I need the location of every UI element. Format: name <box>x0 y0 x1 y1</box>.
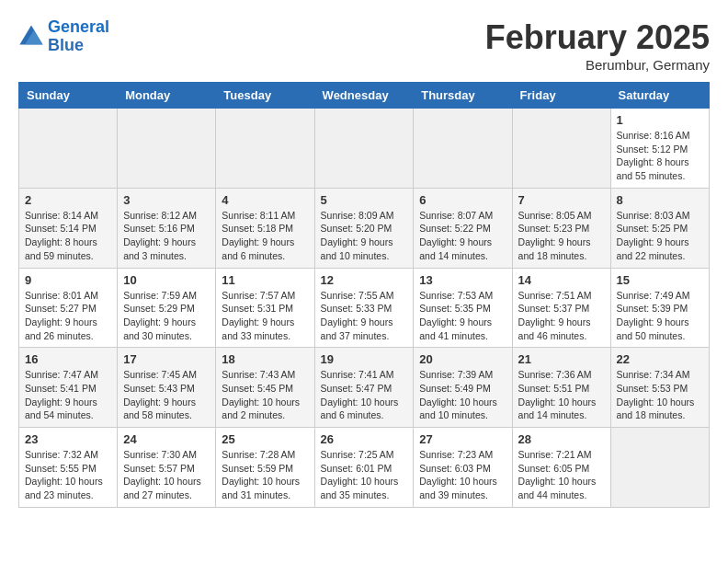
calendar-cell: 3Sunrise: 8:12 AM Sunset: 5:16 PM Daylig… <box>118 188 216 268</box>
day-number: 24 <box>123 432 210 446</box>
day-detail: Sunrise: 7:39 AM Sunset: 5:49 PM Dayligh… <box>419 368 506 422</box>
day-detail: Sunrise: 7:21 AM Sunset: 6:05 PM Dayligh… <box>518 448 605 502</box>
day-detail: Sunrise: 8:05 AM Sunset: 5:23 PM Dayligh… <box>518 209 605 263</box>
weekday-header-monday: Monday <box>118 83 216 109</box>
page-header: General Blue February 2025 Berumbur, Ger… <box>18 18 710 73</box>
day-number: 10 <box>123 273 210 287</box>
day-number: 23 <box>25 432 111 446</box>
logo: General Blue <box>18 18 109 55</box>
calendar-cell: 23Sunrise: 7:32 AM Sunset: 5:55 PM Dayli… <box>19 428 118 508</box>
day-number: 12 <box>321 273 408 287</box>
calendar-cell: 28Sunrise: 7:21 AM Sunset: 6:05 PM Dayli… <box>512 428 610 508</box>
day-number: 4 <box>222 193 308 207</box>
logo-text: General Blue <box>48 18 109 55</box>
day-number: 15 <box>617 273 703 287</box>
day-number: 16 <box>25 352 111 366</box>
day-number: 26 <box>321 432 408 446</box>
day-detail: Sunrise: 8:07 AM Sunset: 5:22 PM Dayligh… <box>419 209 506 263</box>
weekday-header-friday: Friday <box>512 83 610 109</box>
calendar-cell: 1Sunrise: 8:16 AM Sunset: 5:12 PM Daylig… <box>610 109 709 189</box>
day-detail: Sunrise: 7:36 AM Sunset: 5:51 PM Dayligh… <box>518 368 605 422</box>
weekday-header-wednesday: Wednesday <box>314 83 414 109</box>
calendar-cell: 17Sunrise: 7:45 AM Sunset: 5:43 PM Dayli… <box>118 348 216 428</box>
day-number: 3 <box>123 193 210 207</box>
day-detail: Sunrise: 7:49 AM Sunset: 5:39 PM Dayligh… <box>617 289 703 343</box>
day-number: 11 <box>222 273 308 287</box>
calendar-cell: 18Sunrise: 7:43 AM Sunset: 5:45 PM Dayli… <box>216 348 314 428</box>
calendar-cell: 13Sunrise: 7:53 AM Sunset: 5:35 PM Dayli… <box>414 268 512 348</box>
calendar-cell: 27Sunrise: 7:23 AM Sunset: 6:03 PM Dayli… <box>414 428 512 508</box>
day-detail: Sunrise: 8:11 AM Sunset: 5:18 PM Dayligh… <box>222 209 308 263</box>
calendar-cell <box>314 109 414 189</box>
day-number: 27 <box>419 432 506 446</box>
week-row-2: 2Sunrise: 8:14 AM Sunset: 5:14 PM Daylig… <box>19 188 710 268</box>
calendar-cell: 15Sunrise: 7:49 AM Sunset: 5:39 PM Dayli… <box>610 268 709 348</box>
day-detail: Sunrise: 7:23 AM Sunset: 6:03 PM Dayligh… <box>419 448 506 502</box>
day-number: 14 <box>518 273 605 287</box>
calendar-cell <box>512 109 610 189</box>
week-row-1: 1Sunrise: 8:16 AM Sunset: 5:12 PM Daylig… <box>19 109 710 189</box>
calendar-cell: 20Sunrise: 7:39 AM Sunset: 5:49 PM Dayli… <box>414 348 512 428</box>
day-detail: Sunrise: 7:41 AM Sunset: 5:47 PM Dayligh… <box>321 368 408 422</box>
weekday-header-saturday: Saturday <box>610 83 709 109</box>
day-detail: Sunrise: 7:43 AM Sunset: 5:45 PM Dayligh… <box>222 368 308 422</box>
month-title: February 2025 <box>485 18 710 57</box>
day-detail: Sunrise: 8:09 AM Sunset: 5:20 PM Dayligh… <box>321 209 408 263</box>
day-detail: Sunrise: 7:47 AM Sunset: 5:41 PM Dayligh… <box>25 368 111 422</box>
day-detail: Sunrise: 7:32 AM Sunset: 5:55 PM Dayligh… <box>25 448 111 502</box>
day-detail: Sunrise: 7:25 AM Sunset: 6:01 PM Dayligh… <box>321 448 408 502</box>
day-number: 9 <box>25 273 111 287</box>
day-number: 21 <box>518 352 605 366</box>
calendar-cell <box>118 109 216 189</box>
day-detail: Sunrise: 8:12 AM Sunset: 5:16 PM Dayligh… <box>123 209 210 263</box>
weekday-header-thursday: Thursday <box>414 83 512 109</box>
day-number: 25 <box>222 432 308 446</box>
calendar-cell <box>19 109 118 189</box>
calendar-cell: 9Sunrise: 8:01 AM Sunset: 5:27 PM Daylig… <box>19 268 118 348</box>
week-row-5: 23Sunrise: 7:32 AM Sunset: 5:55 PM Dayli… <box>19 428 710 508</box>
week-row-4: 16Sunrise: 7:47 AM Sunset: 5:41 PM Dayli… <box>19 348 710 428</box>
calendar-cell: 10Sunrise: 7:59 AM Sunset: 5:29 PM Dayli… <box>118 268 216 348</box>
calendar-cell: 26Sunrise: 7:25 AM Sunset: 6:01 PM Dayli… <box>314 428 414 508</box>
day-number: 13 <box>419 273 506 287</box>
day-number: 2 <box>25 193 111 207</box>
weekday-header-row: SundayMondayTuesdayWednesdayThursdayFrid… <box>19 83 710 109</box>
day-number: 18 <box>222 352 308 366</box>
calendar-cell: 19Sunrise: 7:41 AM Sunset: 5:47 PM Dayli… <box>314 348 414 428</box>
day-detail: Sunrise: 8:03 AM Sunset: 5:25 PM Dayligh… <box>617 209 703 263</box>
calendar-cell: 4Sunrise: 8:11 AM Sunset: 5:18 PM Daylig… <box>216 188 314 268</box>
day-number: 6 <box>419 193 506 207</box>
calendar-cell: 16Sunrise: 7:47 AM Sunset: 5:41 PM Dayli… <box>19 348 118 428</box>
calendar-cell: 14Sunrise: 7:51 AM Sunset: 5:37 PM Dayli… <box>512 268 610 348</box>
calendar-cell: 7Sunrise: 8:05 AM Sunset: 5:23 PM Daylig… <box>512 188 610 268</box>
calendar-cell <box>610 428 709 508</box>
day-detail: Sunrise: 8:14 AM Sunset: 5:14 PM Dayligh… <box>25 209 111 263</box>
day-detail: Sunrise: 7:28 AM Sunset: 5:59 PM Dayligh… <box>222 448 308 502</box>
calendar-cell: 21Sunrise: 7:36 AM Sunset: 5:51 PM Dayli… <box>512 348 610 428</box>
calendar-cell: 25Sunrise: 7:28 AM Sunset: 5:59 PM Dayli… <box>216 428 314 508</box>
week-row-3: 9Sunrise: 8:01 AM Sunset: 5:27 PM Daylig… <box>19 268 710 348</box>
day-number: 5 <box>321 193 408 207</box>
day-number: 17 <box>123 352 210 366</box>
calendar-cell: 11Sunrise: 7:57 AM Sunset: 5:31 PM Dayli… <box>216 268 314 348</box>
calendar-cell: 24Sunrise: 7:30 AM Sunset: 5:57 PM Dayli… <box>118 428 216 508</box>
calendar-cell <box>414 109 512 189</box>
day-detail: Sunrise: 7:30 AM Sunset: 5:57 PM Dayligh… <box>123 448 210 502</box>
day-number: 22 <box>617 352 703 366</box>
day-number: 7 <box>518 193 605 207</box>
calendar-table: SundayMondayTuesdayWednesdayThursdayFrid… <box>18 82 710 508</box>
day-detail: Sunrise: 7:57 AM Sunset: 5:31 PM Dayligh… <box>222 289 308 343</box>
day-number: 28 <box>518 432 605 446</box>
day-detail: Sunrise: 8:01 AM Sunset: 5:27 PM Dayligh… <box>25 289 111 343</box>
calendar-cell: 22Sunrise: 7:34 AM Sunset: 5:53 PM Dayli… <box>610 348 709 428</box>
day-number: 20 <box>419 352 506 366</box>
day-detail: Sunrise: 7:51 AM Sunset: 5:37 PM Dayligh… <box>518 289 605 343</box>
calendar-cell: 2Sunrise: 8:14 AM Sunset: 5:14 PM Daylig… <box>19 188 118 268</box>
day-number: 19 <box>321 352 408 366</box>
calendar-cell: 5Sunrise: 8:09 AM Sunset: 5:20 PM Daylig… <box>314 188 414 268</box>
calendar-cell: 12Sunrise: 7:55 AM Sunset: 5:33 PM Dayli… <box>314 268 414 348</box>
weekday-header-sunday: Sunday <box>19 83 118 109</box>
calendar-cell <box>216 109 314 189</box>
day-detail: Sunrise: 7:53 AM Sunset: 5:35 PM Dayligh… <box>419 289 506 343</box>
day-detail: Sunrise: 7:34 AM Sunset: 5:53 PM Dayligh… <box>617 368 703 422</box>
